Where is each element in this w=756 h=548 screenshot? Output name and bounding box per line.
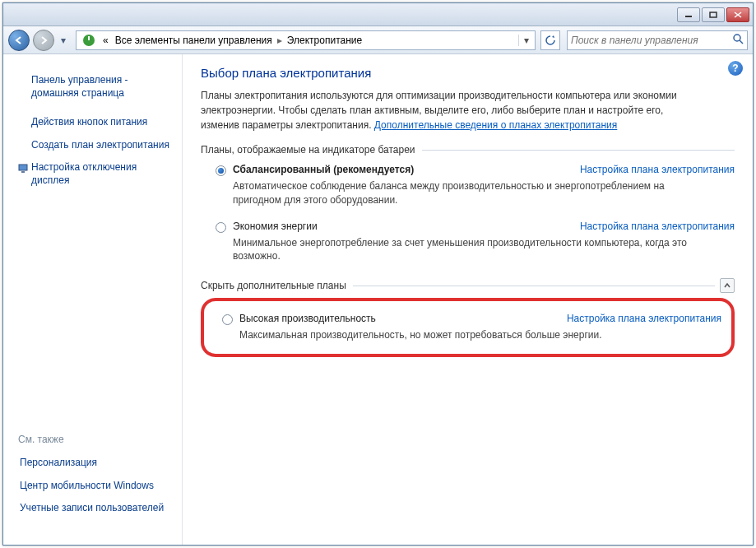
sidebar-foot-personalization[interactable]: Персонализация (15, 452, 174, 475)
svg-rect-7 (19, 165, 27, 170)
content-pane: ? Выбор плана электропитания Планы элект… (183, 54, 753, 545)
sidebar-link-create-plan[interactable]: Создать план электропитания (15, 134, 174, 157)
body: Панель управления - домашняя страница Де… (3, 54, 753, 545)
help-icon[interactable]: ? (728, 61, 743, 76)
group-extra-plans: Скрыть дополнительные планы (201, 278, 735, 293)
arrow-left-icon (13, 35, 25, 46)
page-description: Планы электропитания используются для оп… (201, 88, 694, 132)
svg-point-5 (734, 35, 740, 41)
plan-balanced-desc: Автоматическое соблюдение баланса между … (233, 179, 693, 207)
plan-balanced-name: Сбалансированный (рекомендуется) (233, 164, 564, 175)
nav-toolbar: ▾ « Все элементы панели управления ▸ Эле… (3, 26, 753, 54)
sidebar-footer: См. также Персонализация Центр мобильнос… (15, 430, 174, 536)
radio-balanced[interactable] (216, 165, 226, 176)
breadcrumb-chevron[interactable]: « (100, 35, 112, 46)
search-icon (732, 33, 744, 47)
chevron-up-icon (723, 281, 731, 290)
close-button[interactable] (726, 7, 749, 22)
address-bar[interactable]: « Все элементы панели управления ▸ Элект… (76, 30, 536, 50)
plan-balanced: Сбалансированный (рекомендуется) Настрой… (201, 159, 735, 216)
settings-link-balanced[interactable]: Настройка плана электропитания (564, 164, 735, 175)
sidebar-home-link[interactable]: Панель управления - домашняя страница (15, 69, 174, 104)
group-battery-plans: Планы, отображаемые на индикаторе батаре… (201, 144, 735, 156)
sidebar: Панель управления - домашняя страница Де… (3, 54, 183, 545)
maximize-button[interactable] (702, 7, 725, 22)
svg-line-6 (740, 40, 743, 44)
group-battery-label: Планы, отображаемые на индикаторе батаре… (201, 144, 415, 156)
sidebar-foot-accounts[interactable]: Учетные записи пользователей (15, 497, 174, 520)
search-input[interactable] (571, 35, 732, 46)
radio-highperf[interactable] (222, 314, 233, 325)
plan-powersaver-name: Экономия энергии (233, 221, 564, 232)
breadcrumb-allitems[interactable]: Все элементы панели управления (112, 35, 276, 46)
nav-history-dropdown[interactable]: ▾ (58, 32, 69, 49)
power-icon (81, 33, 96, 48)
group-extra-label: Скрыть дополнительные планы (201, 280, 346, 291)
plan-highperf: Высокая производительность Настройка пла… (207, 308, 721, 346)
settings-link-powersaver[interactable]: Настройка плана электропитания (564, 221, 735, 232)
refresh-button[interactable] (540, 30, 560, 50)
forward-button[interactable] (33, 30, 54, 51)
back-button[interactable] (8, 30, 30, 51)
radio-powersaver[interactable] (216, 222, 226, 233)
search-box[interactable] (567, 30, 748, 50)
page-title: Выбор плана электропитания (201, 66, 735, 80)
control-panel-window: ▾ « Все элементы панели управления ▸ Эле… (2, 2, 754, 546)
plan-highperf-name: Высокая производительность (239, 313, 550, 324)
monitor-icon (18, 163, 28, 173)
sidebar-link-power-buttons[interactable]: Действия кнопок питания (15, 111, 174, 134)
plan-powersaver: Экономия энергии Настройка плана электро… (201, 216, 735, 272)
plan-powersaver-desc: Минимальное энергопотребление за счет ум… (233, 236, 693, 264)
collapse-button[interactable] (720, 278, 735, 293)
see-also-heading: См. также (15, 430, 174, 452)
breadcrumb-power[interactable]: Электропитание (284, 35, 365, 46)
refresh-icon (545, 35, 556, 46)
arrow-right-icon (38, 35, 49, 46)
minimize-button[interactable] (677, 7, 700, 22)
svg-rect-1 (710, 12, 717, 17)
sidebar-link-display-off[interactable]: Настройка отключения дисплея (15, 156, 174, 192)
plan-highperf-desc: Максимальная производительность, но може… (239, 328, 700, 342)
titlebar (3, 3, 753, 26)
sidebar-link-display-off-label: Настройка отключения дисплея (31, 161, 137, 186)
sidebar-foot-mobility[interactable]: Центр мобильности Windows (15, 475, 174, 498)
highlight-frame: Высокая производительность Настройка пла… (201, 298, 735, 357)
chevron-right-icon: ▸ (276, 35, 284, 46)
settings-link-highperf[interactable]: Настройка плана электропитания (550, 313, 721, 324)
address-dropdown[interactable]: ▾ (518, 35, 533, 46)
learn-more-link[interactable]: Дополнительные сведения о планах электро… (374, 119, 617, 131)
